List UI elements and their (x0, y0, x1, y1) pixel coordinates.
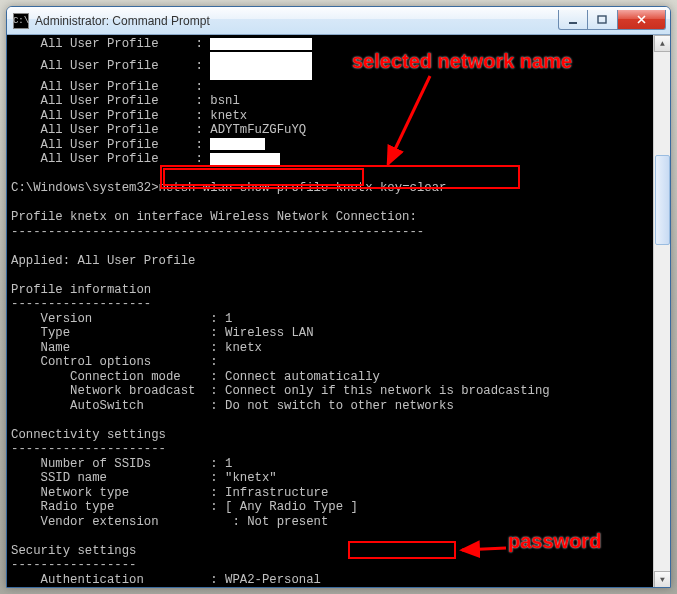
window-controls (558, 11, 666, 30)
profile-row: All User Profile (41, 138, 159, 152)
svg-rect-0 (569, 22, 577, 24)
command-text: netsh wlan show profile (159, 181, 336, 195)
window-title: Administrator: Command Prompt (35, 14, 558, 28)
maximize-button[interactable] (588, 10, 618, 30)
minimize-button[interactable] (558, 10, 588, 30)
profile-row: All User Profile (41, 37, 159, 51)
profile-row: All User Profile (41, 80, 159, 94)
scroll-down-button[interactable]: ▼ (654, 571, 671, 588)
close-button[interactable] (618, 10, 666, 30)
applied: Applied: All User Profile (11, 254, 195, 268)
redacted (210, 38, 312, 50)
command-text: key=clear (373, 181, 447, 195)
section-header: Security settings (11, 544, 136, 558)
command-network-name: knetx (336, 181, 373, 195)
redacted (210, 153, 280, 165)
scroll-up-button[interactable]: ▲ (654, 35, 671, 52)
section-header: Profile information (11, 283, 151, 297)
cmd-icon: C:\ (13, 13, 29, 29)
console-output[interactable]: All User Profile : All User Profile : Al… (7, 35, 653, 588)
redacted (210, 52, 312, 80)
profile-row: All User Profile (41, 94, 159, 108)
prompt: C:\Windows\system32> (11, 181, 159, 195)
scroll-thumb[interactable] (655, 155, 670, 245)
profile-row: All User Profile (41, 109, 159, 123)
cmd-window: C:\ Administrator: Command Prompt All Us… (6, 6, 671, 588)
section-header: Connectivity settings (11, 428, 166, 442)
profile-row: All User Profile (41, 152, 159, 166)
output-header: Profile knetx on interface Wireless Netw… (11, 210, 417, 224)
redacted (210, 138, 265, 150)
profile-row: All User Profile (41, 59, 159, 73)
titlebar[interactable]: C:\ Administrator: Command Prompt (7, 7, 670, 35)
vertical-scrollbar[interactable]: ▲ ▼ (653, 35, 670, 588)
profile-row: All User Profile (41, 123, 159, 137)
svg-rect-1 (598, 16, 606, 23)
